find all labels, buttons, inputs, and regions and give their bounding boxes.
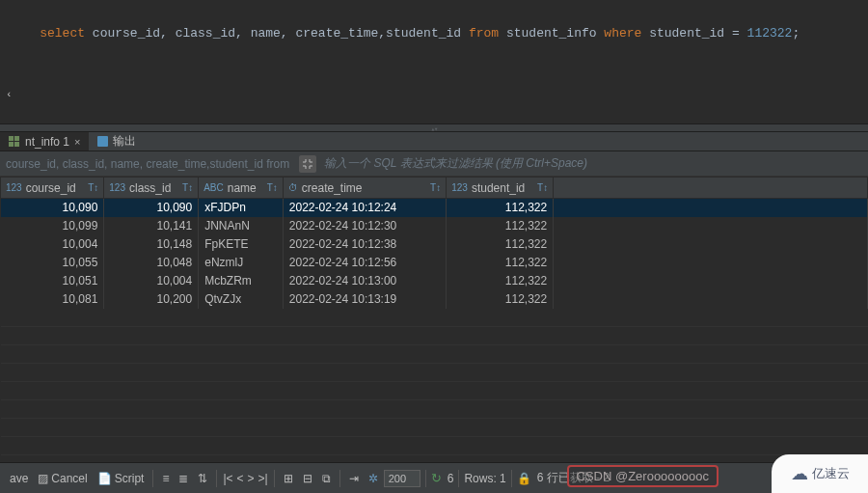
kw-select: select <box>40 26 85 41</box>
tab-output-label: 输出 <box>113 133 136 150</box>
lock-icon: 🔒 <box>517 472 531 485</box>
refresh-count: 6 <box>444 472 454 485</box>
table-row[interactable]: 10,05510,048eNzmlJ2022-02-24 10:12:56112… <box>1 254 868 272</box>
export-icon[interactable]: ⇥ <box>345 470 363 487</box>
table-row[interactable]: 10,00410,148FpKETE2022-02-24 10:12:38112… <box>1 235 868 254</box>
sort-indicator-icon: T↕ <box>537 182 548 193</box>
script-icon: 📄 <box>97 472 112 485</box>
expand-icon[interactable] <box>299 155 316 173</box>
tab-output[interactable]: 输出 <box>89 132 145 151</box>
nav-last-icon[interactable]: >| <box>258 472 269 485</box>
delete-row-icon[interactable]: ⊟ <box>299 470 316 487</box>
table-row <box>1 419 868 437</box>
output-icon <box>97 136 108 147</box>
sort-indicator-icon: T↕ <box>430 182 441 193</box>
refresh-icon[interactable]: ↻ <box>431 471 442 485</box>
sort-indicator-icon: T↕ <box>182 182 193 193</box>
table-row <box>1 364 868 382</box>
sort-icon[interactable]: ⇅ <box>194 470 211 487</box>
table-row[interactable]: 10,09910,141JNNAnN2022-02-24 10:12:30112… <box>1 217 868 235</box>
add-row-icon[interactable]: ⊞ <box>280 470 297 487</box>
tab-result[interactable]: nt_info 1 × <box>0 132 89 151</box>
brand-badge: ☁ 亿速云 <box>772 454 868 493</box>
results-grid: 123course_idT↕123class_idT↕ABCnameT↕⏱cre… <box>0 177 868 462</box>
table-row <box>1 455 868 463</box>
column-header-name[interactable]: ABCnameT↕ <box>199 178 284 199</box>
filter-bar: course_id, class_id, name, create_time,s… <box>0 151 868 177</box>
status-bar: ave ▨Cancel 📄Script ≡ ≣ ⇅ |< < > >| ⊞ ⊟ … <box>0 462 868 493</box>
type-icon: ⏱ <box>288 182 298 193</box>
sort-indicator-icon: T↕ <box>267 182 278 193</box>
kw-from: from <box>469 26 499 41</box>
table-row[interactable]: 10,05110,004McbZRm2022-02-24 10:13:00112… <box>1 272 868 290</box>
grid-icon <box>9 136 20 148</box>
close-icon[interactable]: × <box>74 136 80 148</box>
column-header-class_id[interactable]: 123class_idT↕ <box>104 178 199 199</box>
cancel-button[interactable]: ▨Cancel <box>34 470 91 487</box>
type-icon: 123 <box>451 182 468 193</box>
table-row <box>1 327 868 345</box>
csdn-watermark: CSDN @Zerooooooooc <box>567 465 719 487</box>
pane-splitter[interactable]: ▴▾ <box>0 123 868 132</box>
save-button[interactable]: ave <box>6 470 32 487</box>
type-icon: 123 <box>6 182 22 193</box>
dup-row-icon[interactable]: ⧉ <box>318 470 335 487</box>
page-size-input[interactable] <box>384 470 420 487</box>
table-row <box>1 309 868 327</box>
table-row <box>1 382 868 400</box>
cloud-icon: ☁ <box>791 463 808 484</box>
chevron-left-icon[interactable]: ‹ <box>6 88 13 102</box>
format-right-icon[interactable]: ≣ <box>175 470 192 487</box>
column-header-create_time[interactable]: ⏱create_timeT↕ <box>283 178 446 199</box>
column-header-student_id[interactable]: 123student_idT↕ <box>447 178 554 199</box>
sort-indicator-icon: T↕ <box>88 182 98 193</box>
script-button[interactable]: 📄Script <box>94 470 149 487</box>
table-row[interactable]: 10,09010,090xFJDPn2022-02-24 10:12:24112… <box>1 199 868 217</box>
format-left-icon[interactable]: ≡ <box>158 470 173 487</box>
nav-prev-icon[interactable]: < <box>236 472 245 485</box>
gear-icon[interactable]: ✲ <box>365 470 382 487</box>
nav-next-icon[interactable]: > <box>247 472 256 485</box>
kw-where: where <box>604 26 641 41</box>
cancel-icon: ▨ <box>38 472 48 485</box>
nav-first-icon[interactable]: |< <box>222 472 233 485</box>
sql-preview: course_id, class_id, name, create_time,s… <box>0 157 295 171</box>
sql-editor[interactable]: select course_id, class_id, name, create… <box>0 0 868 118</box>
rows-label: Rows: 1 <box>464 472 505 485</box>
column-header-course_id[interactable]: 123course_idT↕ <box>1 178 104 199</box>
result-tabs: nt_info 1 × 输出 <box>0 132 868 151</box>
tab-result-label: nt_info 1 <box>25 135 69 149</box>
table-row <box>1 345 868 364</box>
table-row <box>1 437 868 455</box>
table-row <box>1 400 868 419</box>
type-icon: 123 <box>109 182 125 193</box>
filter-input[interactable]: 输入一个 SQL 表达式来过滤结果 (使用 Ctrl+Space) <box>320 155 868 172</box>
type-icon: ABC <box>203 182 224 193</box>
table-row[interactable]: 10,08110,200QtvZJx2022-02-24 10:13:19112… <box>1 290 868 309</box>
